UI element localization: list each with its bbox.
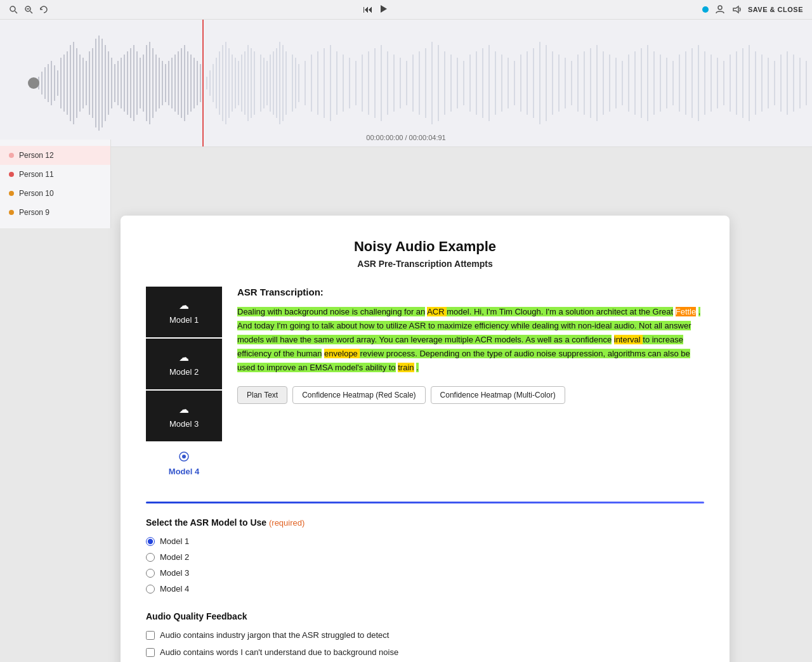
svg-rect-72 [247, 45, 249, 121]
svg-rect-106 [425, 48, 426, 118]
svg-rect-18 [73, 42, 74, 124]
save-close-button[interactable]: SAVE & CLOSE [748, 6, 803, 13]
audio-toolbar: ⏮ SAVE & CLOSE [0, 0, 812, 20]
required-label: (required) [269, 518, 304, 528]
time-display: 00:00:00:00 / 00:00:04:91 [366, 134, 445, 141]
svg-rect-89 [317, 51, 318, 115]
person-item[interactable]: Person 11 [0, 165, 110, 184]
svg-rect-70 [241, 55, 242, 112]
svg-rect-122 [527, 51, 528, 115]
heatmap-red-button[interactable]: Confidence Heatmap (Red Scale) [292, 386, 425, 404]
plan-text-button[interactable]: Plan Text [237, 386, 287, 404]
model-radio-1[interactable]: Model 1 [146, 536, 704, 546]
highlight-interval: interval [614, 335, 643, 344]
svg-rect-35 [127, 51, 128, 115]
person-item[interactable]: Person 9 [0, 203, 110, 222]
person-item[interactable]: Person 10 [0, 184, 110, 203]
radio-model-4[interactable] [146, 585, 155, 594]
svg-rect-100 [387, 51, 388, 115]
volume-knob[interactable] [28, 77, 39, 89]
feedback-checkbox-1[interactable]: Audio contains industry jargon that the … [146, 630, 704, 640]
person-item[interactable]: Person 12 [0, 146, 110, 165]
svg-rect-42 [149, 42, 150, 124]
svg-rect-132 [590, 48, 591, 118]
svg-rect-37 [133, 45, 134, 121]
svg-rect-39 [140, 58, 141, 108]
feedback-checkbox-group: Audio contains industry jargon that the … [146, 630, 704, 657]
svg-rect-59 [206, 77, 207, 89]
person-name: Person 9 [19, 208, 49, 217]
svg-rect-93 [343, 55, 344, 112]
model-radio-3[interactable]: Model 3 [146, 568, 704, 578]
radio-model-2[interactable] [146, 553, 155, 562]
svg-rect-90 [324, 48, 325, 118]
svg-rect-129 [571, 61, 572, 105]
svg-rect-133 [596, 45, 598, 121]
transcription-area: ASR Transcription: Dealing with backgrou… [237, 287, 704, 484]
svg-rect-111 [457, 58, 458, 108]
checkbox-jargon[interactable] [146, 631, 155, 640]
skip-back-button[interactable]: ⏮ [363, 4, 373, 15]
svg-rect-124 [539, 42, 540, 124]
model-2-button[interactable]: ☁ Model 2 [146, 339, 222, 389]
search-icon[interactable] [9, 5, 18, 14]
svg-rect-161 [774, 61, 775, 105]
svg-rect-85 [295, 58, 296, 108]
svg-rect-17 [70, 45, 71, 121]
checkbox-noise[interactable] [146, 648, 155, 657]
svg-rect-81 [279, 42, 280, 124]
svg-rect-164 [793, 55, 794, 112]
svg-rect-11 [51, 61, 52, 105]
svg-rect-67 [232, 55, 233, 112]
radio-model-1[interactable] [146, 537, 155, 546]
svg-rect-46 [162, 61, 163, 105]
svg-rect-162 [780, 55, 782, 112]
svg-rect-92 [336, 51, 337, 115]
svg-rect-54 [187, 51, 188, 115]
svg-rect-120 [514, 61, 515, 105]
radio-model-3[interactable] [146, 569, 155, 578]
svg-rect-142 [653, 51, 655, 115]
svg-rect-30 [111, 58, 112, 108]
svg-rect-75 [260, 55, 261, 112]
play-button[interactable] [381, 5, 387, 15]
svg-rect-148 [691, 48, 693, 118]
svg-rect-12 [54, 65, 55, 101]
svg-rect-113 [469, 55, 471, 112]
svg-rect-150 [704, 51, 705, 115]
svg-rect-166 [806, 61, 807, 105]
svg-point-5 [718, 6, 722, 10]
asr-label: ASR Transcription: [237, 287, 704, 297]
model-radio-2[interactable]: Model 2 [146, 552, 704, 562]
zoom-icon[interactable] [24, 5, 33, 14]
svg-rect-74 [254, 51, 255, 115]
svg-rect-94 [349, 58, 350, 108]
svg-rect-27 [102, 39, 103, 127]
svg-rect-159 [761, 55, 763, 112]
refresh-icon[interactable] [39, 5, 48, 14]
svg-rect-104 [412, 55, 414, 112]
svg-rect-155 [736, 51, 737, 115]
svg-rect-56 [193, 58, 195, 108]
model-icon: ☁ [179, 299, 189, 311]
svg-rect-137 [622, 61, 623, 105]
feedback-checkbox-2[interactable]: Audio contains words I can't understand … [146, 647, 704, 657]
checkbox-label-2: Audio contains words I can't understand … [160, 647, 398, 657]
model-1-button[interactable]: ☁ Model 1 [146, 287, 222, 337]
svg-rect-84 [292, 55, 293, 112]
svg-rect-76 [263, 58, 265, 108]
feedback-title: Audio Quality Feedback [146, 611, 704, 621]
heatmap-multi-button[interactable]: Confidence Heatmap (Multi-Color) [431, 386, 565, 404]
svg-rect-138 [628, 55, 629, 112]
svg-point-0 [10, 6, 15, 11]
waveform-container[interactable]: 00:00:00:00 / 00:00:04:91 [0, 20, 812, 146]
svg-rect-48 [168, 61, 169, 105]
model-radio-4[interactable]: Model 4 [146, 584, 704, 594]
model-4-button[interactable]: Model 4 [146, 443, 222, 484]
radio-label-3: Model 3 [160, 568, 189, 578]
svg-rect-130 [577, 55, 579, 112]
svg-rect-101 [393, 55, 395, 112]
svg-rect-16 [67, 51, 68, 115]
model-3-button[interactable]: ☁ Model 3 [146, 391, 222, 441]
volume-icon[interactable] [731, 4, 742, 15]
